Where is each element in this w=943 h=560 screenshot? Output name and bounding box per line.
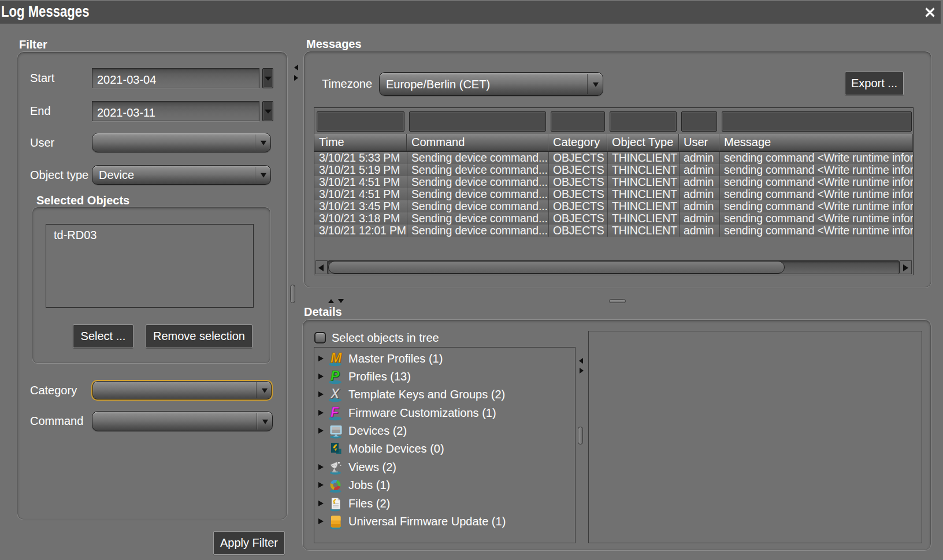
svg-text:X: X — [329, 387, 340, 401]
svg-text:F: F — [331, 405, 339, 420]
svg-text:M: M — [331, 351, 342, 365]
svg-text:P: P — [331, 369, 340, 383]
